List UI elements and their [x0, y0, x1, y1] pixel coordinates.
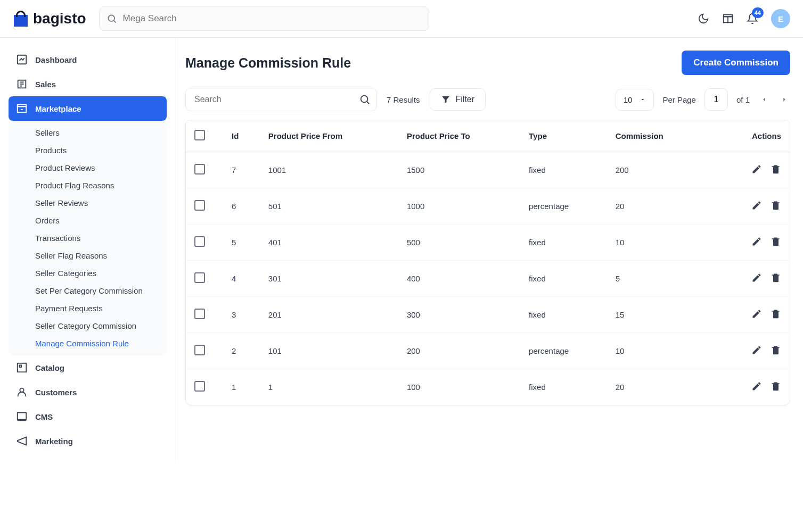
brand-logo[interactable]: bagisto: [13, 10, 86, 27]
cell-price-to: 1500: [398, 152, 520, 188]
cell-id: 5: [223, 225, 260, 261]
cell-id: 3: [223, 297, 260, 333]
delete-icon[interactable]: [771, 309, 781, 319]
delete-icon[interactable]: [771, 200, 781, 211]
row-checkbox[interactable]: [194, 272, 205, 283]
per-page-label: Per Page: [662, 95, 696, 104]
sidebar-sub-orders[interactable]: Orders: [9, 212, 167, 229]
row-checkbox[interactable]: [194, 309, 205, 319]
bell-icon[interactable]: 44: [747, 13, 758, 24]
row-checkbox[interactable]: [194, 236, 205, 247]
sidebar-sub-seller-reviews[interactable]: Seller Reviews: [9, 194, 167, 212]
table-row: 11100fixed20: [186, 369, 790, 405]
sidebar-item-catalog[interactable]: Catalog: [9, 355, 167, 380]
svg-point-0: [108, 15, 114, 21]
col-price-to[interactable]: Product Price To: [398, 120, 520, 152]
svg-point-19: [361, 96, 368, 103]
cell-price-to: 500: [398, 225, 520, 261]
per-page-select[interactable]: 10: [616, 89, 654, 111]
cell-price-to: 1000: [398, 188, 520, 225]
sidebar-item-cms[interactable]: CMS: [9, 404, 167, 429]
sidebar-sub-product-reviews[interactable]: Product Reviews: [9, 159, 167, 177]
sidebar-sub-manage-commission-rule[interactable]: Manage Commission Rule: [9, 335, 167, 352]
cell-type: fixed: [520, 152, 607, 188]
sidebar-sub-seller-category-commission[interactable]: Seller Category Commission: [9, 317, 167, 335]
next-page-icon[interactable]: [779, 94, 790, 105]
delete-icon[interactable]: [771, 272, 781, 283]
delete-icon[interactable]: [771, 381, 781, 392]
sidebar-sub-set-per-category-commission[interactable]: Set Per Category Commission: [9, 282, 167, 300]
sidebar-item-marketing[interactable]: Marketing: [9, 429, 167, 453]
svg-rect-16: [18, 413, 27, 420]
search-input[interactable]: [185, 88, 377, 111]
sidebar-item-label: Customers: [35, 388, 77, 397]
cell-price-to: 200: [398, 333, 520, 369]
search-icon[interactable]: [359, 94, 371, 105]
mega-search-input[interactable]: [99, 6, 429, 31]
table-row: 2101200percentage10: [186, 333, 790, 369]
delete-icon[interactable]: [771, 164, 781, 174]
select-all-checkbox[interactable]: [194, 130, 205, 140]
table-row: 710011500fixed200: [186, 152, 790, 188]
filter-button[interactable]: Filter: [430, 88, 486, 111]
results-count: 7 Results: [387, 95, 420, 104]
create-commission-button[interactable]: Create Commission: [682, 51, 790, 75]
edit-icon[interactable]: [751, 309, 762, 319]
cell-commission: 10: [607, 225, 706, 261]
search-icon: [106, 13, 117, 24]
cell-type: percentage: [520, 188, 607, 225]
prev-page-icon[interactable]: [758, 94, 770, 105]
delete-icon[interactable]: [771, 345, 781, 355]
brand-name: bagisto: [33, 10, 86, 27]
sidebar-item-sales[interactable]: Sales: [9, 72, 167, 96]
table-row: 4301400fixed5: [186, 261, 790, 297]
col-price-from[interactable]: Product Price From: [260, 120, 398, 152]
col-actions: Actions: [706, 120, 790, 152]
mega-search-wrap: [99, 6, 429, 31]
col-commission[interactable]: Commission: [607, 120, 706, 152]
row-checkbox[interactable]: [194, 345, 205, 355]
sidebar-sub-seller-categories[interactable]: Seller Categories: [9, 264, 167, 282]
cell-type: percentage: [520, 333, 607, 369]
sidebar-item-customers[interactable]: Customers: [9, 380, 167, 404]
edit-icon[interactable]: [751, 381, 762, 392]
edit-icon[interactable]: [751, 200, 762, 211]
edit-icon[interactable]: [751, 164, 762, 174]
sidebar-sub-transactions[interactable]: Transactions: [9, 229, 167, 247]
edit-icon[interactable]: [751, 272, 762, 283]
sidebar-sub-sellers[interactable]: Sellers: [9, 124, 167, 142]
sidebar-sub-seller-flag-reasons[interactable]: Seller Flag Reasons: [9, 247, 167, 264]
cell-price-from: 201: [260, 297, 398, 333]
row-checkbox[interactable]: [194, 164, 205, 174]
cell-id: 6: [223, 188, 260, 225]
sidebar-sub-product-flag-reasons[interactable]: Product Flag Reasons: [9, 177, 167, 194]
row-checkbox[interactable]: [194, 381, 205, 392]
store-icon[interactable]: [722, 13, 734, 24]
svg-line-20: [367, 102, 369, 104]
dark-mode-icon[interactable]: [698, 13, 709, 24]
sidebar-item-label: Dashboard: [35, 55, 77, 64]
col-id[interactable]: Id: [223, 120, 260, 152]
sidebar-sub-products[interactable]: Products: [9, 142, 167, 159]
marketplace-subgroup: Sellers Products Product Reviews Product…: [9, 121, 167, 355]
cell-price-from: 1001: [260, 152, 398, 188]
topbar: bagisto 44 E: [0, 0, 803, 38]
sidebar-item-marketplace[interactable]: Marketplace: [9, 96, 167, 121]
pagination-controls: 10 Per Page of 1: [616, 88, 790, 111]
avatar[interactable]: E: [771, 9, 790, 28]
svg-line-1: [113, 21, 116, 23]
main-content: Manage Commission Rule Create Commission…: [176, 38, 803, 463]
sidebar-item-dashboard[interactable]: Dashboard: [9, 47, 167, 72]
delete-icon[interactable]: [771, 236, 781, 247]
sidebar-sub-payment-requests[interactable]: Payment Requests: [9, 300, 167, 317]
col-type[interactable]: Type: [520, 120, 607, 152]
table-row: 3201300fixed15: [186, 297, 790, 333]
edit-icon[interactable]: [751, 236, 762, 247]
sidebar-item-label: CMS: [35, 412, 53, 421]
page-number-input[interactable]: [704, 88, 728, 111]
row-checkbox[interactable]: [194, 200, 205, 211]
cell-price-to: 100: [398, 369, 520, 405]
dashboard-icon: [16, 54, 28, 65]
notification-badge: 44: [752, 7, 764, 18]
edit-icon[interactable]: [751, 345, 762, 355]
